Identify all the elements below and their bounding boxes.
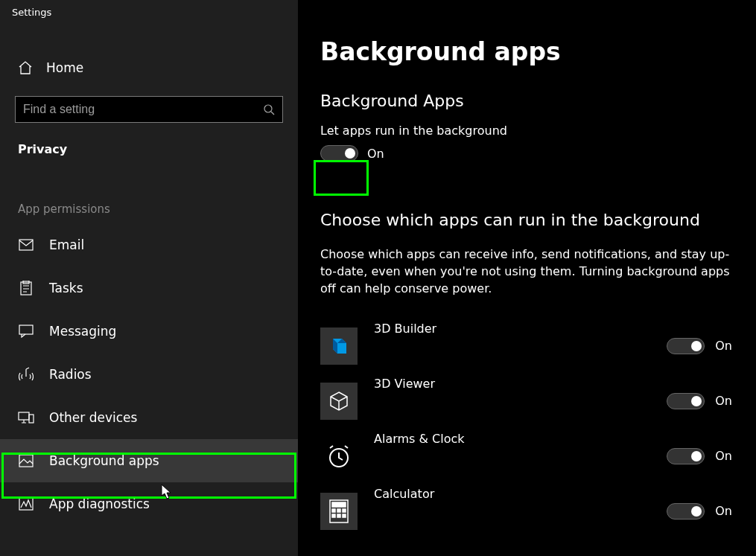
app-icon-calculator	[320, 493, 358, 530]
diagnostics-icon	[18, 496, 34, 512]
radios-icon	[18, 366, 34, 383]
sidebar-item-label: Background apps	[49, 453, 159, 468]
section2-description: Choose which apps can receive info, send…	[320, 246, 734, 298]
app-toggle-3d-viewer[interactable]	[667, 393, 705, 409]
page-title: Background apps	[320, 37, 734, 66]
sidebar-item-radios[interactable]: Radios	[0, 353, 298, 396]
app-row-3d-viewer: 3D Viewer On	[320, 374, 734, 429]
window-title: Settings	[0, 0, 298, 25]
category-label: Privacy	[0, 123, 298, 156]
master-toggle[interactable]	[320, 145, 358, 162]
background-icon	[18, 453, 34, 469]
svg-rect-11	[332, 502, 346, 507]
sidebar-item-messaging[interactable]: Messaging	[0, 310, 298, 353]
app-toggle-calculator[interactable]	[667, 503, 705, 520]
section1-title: Background Apps	[320, 92, 734, 110]
sidebar-item-background-apps[interactable]: Background apps	[0, 439, 298, 482]
home-button[interactable]: Home	[0, 53, 298, 83]
section2-title: Choose which apps can run in the backgro…	[320, 211, 734, 229]
app-name: 3D Viewer	[374, 377, 650, 391]
main-panel: Background apps Background Apps Let apps…	[298, 0, 756, 556]
mail-icon	[18, 237, 34, 253]
svg-point-0	[264, 105, 272, 112]
svg-rect-17	[343, 514, 346, 517]
sidebar-item-other-devices[interactable]: Other devices	[0, 396, 298, 439]
sidebar-item-label: Tasks	[49, 281, 83, 295]
search-box[interactable]	[15, 96, 283, 123]
svg-rect-14	[343, 509, 346, 512]
svg-rect-12	[332, 509, 335, 512]
tasks-icon	[18, 280, 34, 296]
svg-rect-7	[19, 455, 33, 467]
app-name: Calculator	[374, 487, 650, 501]
devices-icon	[18, 409, 34, 426]
app-toggle-3d-builder[interactable]	[667, 338, 705, 354]
app-toggle-state: On	[715, 504, 732, 518]
sidebar-item-label: App diagnostics	[49, 496, 150, 511]
app-icon-3d-builder	[320, 327, 358, 365]
sidebar-item-label: Other devices	[49, 410, 137, 425]
app-toggle-state: On	[715, 394, 732, 408]
app-toggle-alarms-clock[interactable]	[667, 448, 705, 464]
app-toggle-state: On	[715, 449, 732, 463]
app-row-alarms-clock: Alarms & Clock On	[320, 429, 734, 484]
master-toggle-label: Let apps run in the background	[320, 124, 734, 138]
app-icon-3d-viewer	[320, 383, 358, 420]
app-name: 3D Builder	[374, 322, 650, 336]
message-icon	[18, 323, 34, 339]
sidebar-item-tasks[interactable]: Tasks	[0, 266, 298, 310]
sidebar-item-label: Messaging	[49, 324, 116, 339]
sidebar-item-label: Email	[49, 237, 84, 252]
svg-rect-5	[19, 412, 29, 420]
svg-rect-6	[29, 415, 34, 423]
search-icon	[263, 103, 275, 115]
sidebar-item-email[interactable]: Email	[0, 223, 298, 266]
app-toggle-state: On	[715, 339, 732, 353]
app-icon-alarms-clock	[320, 438, 358, 475]
home-icon	[18, 60, 33, 75]
svg-rect-13	[337, 509, 340, 512]
svg-rect-16	[337, 514, 340, 517]
app-row-calculator: Calculator On	[320, 484, 734, 539]
svg-rect-15	[332, 514, 335, 517]
app-row-3d-builder: 3D Builder On	[320, 319, 734, 374]
app-name: Alarms & Clock	[374, 432, 650, 446]
home-label: Home	[46, 60, 83, 75]
svg-rect-8	[19, 498, 33, 510]
sidebar: Settings Home Privacy App permissions Em…	[0, 0, 298, 556]
section-label: App permissions	[0, 202, 298, 223]
search-input[interactable]	[23, 103, 263, 116]
svg-rect-1	[19, 240, 33, 250]
sidebar-item-app-diagnostics[interactable]: App diagnostics	[0, 482, 298, 525]
master-toggle-state: On	[367, 147, 384, 161]
sidebar-item-label: Radios	[49, 367, 92, 382]
svg-rect-4	[19, 325, 33, 334]
